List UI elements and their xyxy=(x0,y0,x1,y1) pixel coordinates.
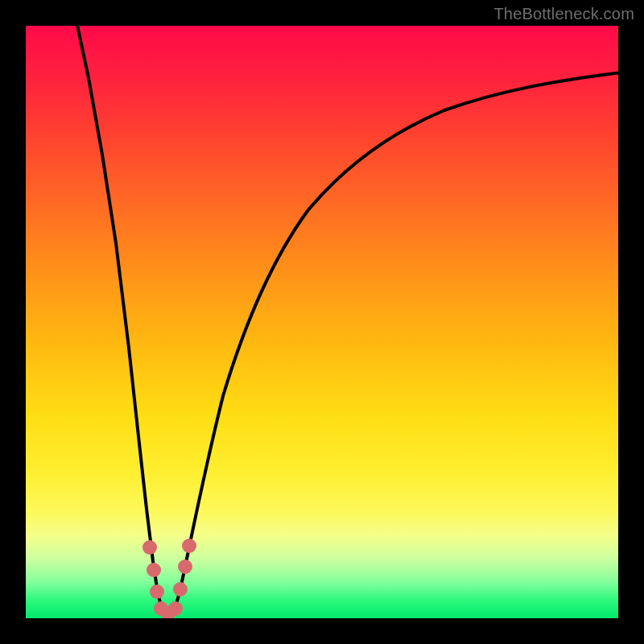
marker-dot xyxy=(168,601,183,616)
curve-path xyxy=(76,26,618,617)
marker-cluster xyxy=(142,539,196,618)
chart-frame: TheBottleneck.com xyxy=(0,0,644,644)
marker-dot xyxy=(178,559,192,574)
marker-dot xyxy=(142,540,157,555)
bottleneck-curve xyxy=(26,26,618,618)
marker-dot xyxy=(173,582,188,597)
watermark-text: TheBottleneck.com xyxy=(493,5,634,23)
plot-area xyxy=(26,26,618,618)
marker-dot xyxy=(150,584,164,599)
marker-dot xyxy=(147,563,161,577)
marker-dot xyxy=(182,539,196,553)
